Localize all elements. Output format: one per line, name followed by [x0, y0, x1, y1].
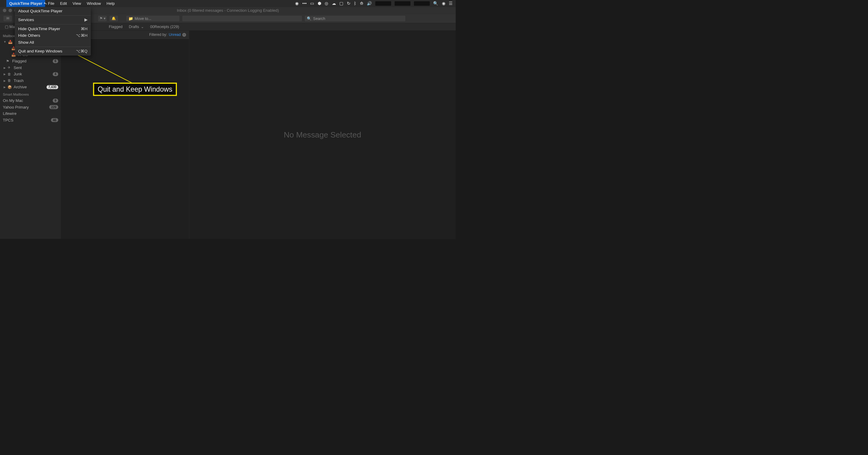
sidebar-item-label: Junk — [13, 72, 22, 76]
disclosure-icon[interactable]: ▶ — [4, 66, 6, 70]
menu-hide-others[interactable]: Hide Others ⌥⌘H — [15, 32, 91, 39]
sidebar-on-my-mac[interactable]: On My Mac 9 — [0, 97, 61, 104]
menu-hide-others-label: Hide Others — [18, 33, 40, 38]
sidebar-item-label: Flagged — [12, 59, 26, 63]
count-badge: 229 — [49, 105, 58, 109]
sidebar-item-label: Yahoo Primary — [3, 105, 29, 110]
close-window-button[interactable] — [3, 9, 6, 12]
menu-divider — [15, 47, 91, 47]
menu-window[interactable]: Window — [84, 0, 104, 7]
folder-icon: 📁 — [128, 16, 133, 21]
notification-center-icon[interactable]: ☰ — [449, 1, 453, 6]
dropbox-icon[interactable]: ⬢ — [318, 1, 321, 6]
app-menu-dropdown: About QuickTime Player Services ▶ Hide Q… — [15, 7, 91, 56]
creative-cloud-icon[interactable]: ◎ — [324, 1, 328, 6]
menu-app-name[interactable]: QuickTime Player — [6, 0, 45, 7]
mailbox-sidebar: Mailboxes ▼ 📥 📥 Lifewire 📥 TPCS ⚑ Flagge… — [0, 31, 61, 239]
menu-show-all[interactable]: Show All — [15, 39, 91, 46]
filter-label: Filtered by: — [149, 33, 167, 37]
sidebar-flagged[interactable]: ⚑ Flagged 6 — [0, 58, 61, 64]
shortcut-label: ⌘H — [81, 27, 88, 31]
menu-quit-label: Quit and Keep Windows — [18, 49, 62, 54]
favorite-receipts[interactable]: 00Receipts (229) — [150, 25, 179, 29]
menu-hide-app[interactable]: Hide QuickTime Player ⌘H — [15, 25, 91, 32]
count-badge: 9 — [53, 99, 58, 102]
shortcut-label: ⌥⌘H — [76, 33, 87, 38]
favorite-drafts[interactable]: Drafts ⌄ — [129, 25, 144, 29]
search-field[interactable]: 🔍 Search — [304, 16, 406, 22]
filter-toggle-icon[interactable]: ≡ — [182, 33, 186, 37]
sidebar-item-label: TPCS — [3, 118, 13, 122]
sidebar-item-label: Trash — [13, 79, 24, 83]
sidebar-item-label: On My Mac — [3, 98, 23, 103]
sidebar-lifewire[interactable]: Lifewire — [0, 110, 61, 117]
sidebar-junk[interactable]: ▶ 🗑 Junk 4 — [0, 71, 61, 78]
disclosure-icon[interactable]: ▶ — [4, 85, 6, 89]
sidebar-header-smart: Smart Mailboxes — [0, 90, 61, 97]
menu-hide-app-label: Hide QuickTime Player — [18, 26, 60, 31]
minimize-window-button[interactable] — [8, 9, 12, 12]
inbox-icon: 📥 — [8, 40, 12, 44]
time-machine-icon[interactable]: ↻ — [347, 1, 350, 6]
cloud-upload-icon[interactable]: ☁ — [332, 1, 336, 6]
sent-icon: ✈ — [7, 66, 12, 70]
favorite-flagged[interactable]: Flagged — [109, 25, 123, 29]
record-icon[interactable]: ◉ — [295, 1, 299, 6]
siri-icon[interactable]: ◉ — [442, 1, 445, 6]
sidebar-yahoo-primary[interactable]: Yahoo Primary 229 — [0, 104, 61, 110]
menubar-status-area: ◉ ••• ▭ ⬢ ◎ ☁ ▢ ↻ ᛒ ⟰ 🔊 🔍 ◉ ☰ — [295, 1, 456, 6]
flag-icon: ⚑ — [6, 59, 10, 63]
filter-value[interactable]: Unread — [169, 33, 181, 37]
move-to-label: Move to... — [135, 16, 151, 21]
address-search-field[interactable] — [182, 16, 302, 22]
count-badge: 4 — [53, 72, 58, 76]
disclosure-icon[interactable]: ▶ — [4, 79, 6, 83]
menubar: QuickTime Player File Edit View Window H… — [0, 0, 456, 7]
sidebar-trash[interactable]: ▶ 🗑 Trash — [0, 78, 61, 84]
menu-view[interactable]: View — [70, 0, 84, 7]
menu-quit-keep-windows[interactable]: Quit and Keep Windows ⌥⌘Q — [15, 48, 91, 55]
move-to-dropdown[interactable]: 📁 Move to... — [126, 16, 180, 22]
submenu-arrow-icon: ▶ — [84, 18, 88, 22]
dots-icon[interactable]: ••• — [302, 1, 307, 6]
search-placeholder: Search — [313, 16, 325, 21]
spotlight-icon[interactable]: 🔍 — [433, 1, 438, 6]
mute-button[interactable]: 🔔 — [109, 16, 118, 22]
menu-edit[interactable]: Edit — [57, 0, 70, 7]
empty-state-label: No Message Selected — [284, 130, 361, 139]
flag-button[interactable]: ⚑ ▾ — [98, 16, 107, 22]
sidebar-sent[interactable]: ▶ ✈ Sent — [0, 64, 61, 71]
disclosure-icon[interactable]: ▶ — [4, 72, 6, 76]
display-icon[interactable]: ▭ — [310, 1, 314, 6]
callout-text: Quit and Keep Windows — [98, 85, 173, 93]
annotation-callout: Quit and Keep Windows — [93, 83, 177, 96]
sidebar-tpcs[interactable]: TPCS 46 — [0, 117, 61, 123]
shortcut-label: ⌥⌘Q — [76, 49, 88, 53]
status-block — [395, 1, 410, 6]
bluetooth-icon[interactable]: ᛒ — [354, 1, 356, 6]
disclosure-icon[interactable]: ▼ — [4, 40, 6, 44]
volume-icon[interactable]: 🔊 — [367, 1, 372, 6]
sidebar-archive[interactable]: ▶ 📦 Archive 7,430 — [0, 84, 61, 90]
archive-icon: 📦 — [7, 85, 12, 89]
status-block — [375, 1, 391, 6]
sidebar-item-label: Lifewire — [3, 111, 16, 116]
trash-icon: 🗑 — [7, 79, 12, 83]
count-badge: 6 — [53, 59, 58, 63]
menu-show-all-label: Show All — [18, 40, 34, 44]
message-list — [61, 39, 189, 239]
menu-about-label: About QuickTime Player — [18, 8, 62, 13]
window-title: Inbox (0 filtered messages - Connection … — [177, 8, 279, 13]
junk-icon: 🗑 — [7, 72, 12, 76]
menu-services-label: Services — [18, 18, 34, 22]
get-mail-button[interactable]: ✉ — [3, 16, 12, 22]
menu-services[interactable]: Services ▶ — [15, 17, 91, 24]
menu-about[interactable]: About QuickTime Player — [15, 7, 91, 14]
airplay-icon[interactable]: ▢ — [339, 1, 343, 6]
wifi-icon[interactable]: ⟰ — [360, 1, 364, 6]
count-badge: 7,430 — [46, 85, 58, 89]
spacer — [4, 59, 4, 63]
sidebar-item-label: Sent — [13, 65, 22, 70]
count-badge: 46 — [51, 118, 58, 122]
menu-help[interactable]: Help — [104, 0, 118, 7]
